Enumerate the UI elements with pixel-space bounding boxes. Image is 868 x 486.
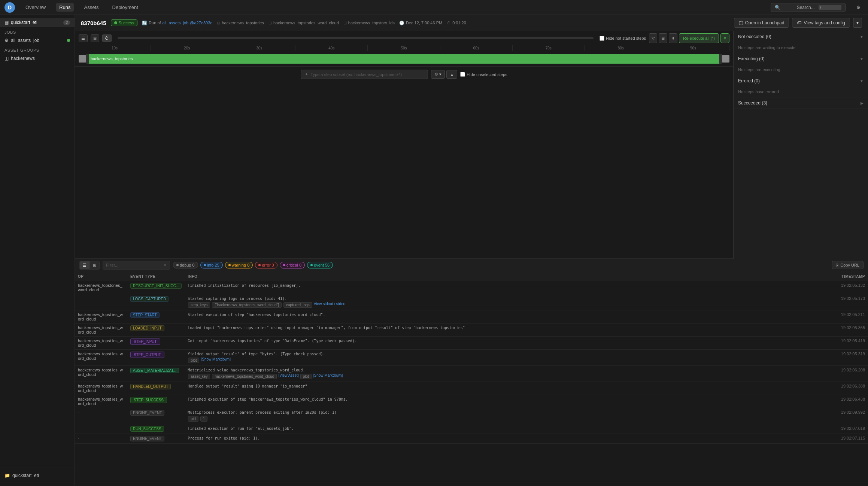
sidebar-asset-group[interactable]: ◫ hackernews [0, 54, 75, 63]
ruler-90s: 90s [657, 45, 729, 51]
info-text: Multiprocess executor: parent process ex… [188, 410, 336, 414]
nav-assets[interactable]: Assets [81, 3, 102, 12]
info-tag-link[interactable]: [Show Markdown] [201, 357, 230, 364]
launchpad-icon: ⬚ [739, 20, 743, 25]
event-type-badge: HANDLED_OUTPUT [130, 384, 171, 389]
panel-not-executed-header[interactable]: Not executed (0) ▼ [734, 31, 868, 42]
tab-3: ⊡ hackernews_topstory_ids [343, 21, 395, 25]
info-tags: pid 1 [188, 416, 831, 422]
filter-input-container: Filter... ✕ [103, 261, 170, 270]
magic-wand-icon: ✦ [305, 72, 308, 77]
cell-event-type: RESOURCE_INIT_SUCC... [127, 281, 185, 294]
search-bar[interactable]: 🔍 Search... / [771, 3, 846, 12]
timeline-content: ☰ ⊟ ⏱ Hide not started steps ▽ ⊞ ⬇ Re-ex… [75, 31, 733, 259]
asset-groups-label: Asset Groups [0, 45, 75, 54]
panel-succeeded-title: Succeeded (3) [738, 100, 767, 106]
step-subset-row: ✦ Type a step subset (ex: hackernews_top… [75, 66, 733, 82]
log-table-view-btn[interactable]: ⊞ [90, 261, 99, 269]
table-row: hackernews_topst ies_word_cloudHANDLED_O… [75, 382, 868, 395]
event-type-badge: LOGS_CAPTURED [130, 296, 169, 302]
chip-error[interactable]: error 0 [255, 262, 277, 268]
log-view-buttons: ☰ ⊞ [79, 261, 100, 270]
panel-executing-header[interactable]: Executing (0) ▼ [734, 53, 868, 64]
chip-warning[interactable]: warning 0 [225, 262, 253, 268]
cell-info: Finished execution of run for "all_asset… [185, 424, 834, 434]
view-tags-btn[interactable]: 🏷 View tags and config [792, 18, 850, 28]
hide-unselected-label[interactable]: Hide unselected steps [460, 72, 507, 77]
job-status-dot [67, 39, 70, 42]
table-row: -RUN_SUCCESSFinished execution of run fo… [75, 424, 868, 434]
cell-timestamp: 19:02:06.388 [834, 382, 868, 395]
info-tag-key: asset_key [188, 374, 210, 379]
run-dropdown-btn[interactable]: ▾ [853, 18, 862, 28]
chip-critical[interactable]: critical 0 [280, 262, 305, 268]
ruler-50s: 50s [368, 45, 440, 51]
info-tag-link[interactable]: View stdout / stderr [314, 302, 346, 308]
table-row: hackernews_topst ies_word_cloudSTEP_SUCC… [75, 395, 868, 408]
copy-url-btn[interactable]: ⎘ Copy URL [832, 261, 864, 269]
step-opt-btn-up[interactable]: ▲ [446, 70, 457, 79]
nav-deployment[interactable]: Deployment [109, 3, 141, 12]
sidebar-jobs-item[interactable]: ⚙ all_assets_job [0, 36, 75, 45]
download-btn[interactable]: ⬇ [669, 33, 677, 43]
timeline-ruler: 10s 20s 30s 40s 50s 60s 70s 80s 90s [75, 45, 733, 51]
info-tag-link[interactable]: [Show Markdown] [313, 373, 343, 380]
hide-unselected-checkbox[interactable] [460, 72, 465, 77]
event-type-badge: STEP_SUCCESS [130, 397, 167, 403]
ruler-40s: 40s [295, 45, 368, 51]
op-name: hackernews_topst ies_word_cloud [78, 397, 123, 406]
settings-icon[interactable]: ⚙ [853, 2, 864, 13]
op-name: hackernews_topst ies_word_cloud [78, 368, 123, 377]
event-type-badge: ENGINE_EVENT [130, 410, 164, 416]
event-dot [310, 264, 313, 266]
step-opt-btn-1[interactable]: ⚙ ▾ [431, 70, 445, 79]
sidebar: ▦ quickstart_etl 2 Jobs ⚙ all_assets_job… [0, 15, 75, 486]
cell-timestamp: 19:02:09.992 [834, 408, 868, 424]
workspace-icon: ▦ [4, 20, 9, 25]
cell-info: Materialized value hackernews_topstories… [185, 365, 834, 382]
timeline-time-btn[interactable]: ⏱ [102, 34, 112, 42]
cell-event-type: ENGINE_EVENT [127, 408, 185, 424]
reexecute-dropdown-btn[interactable]: ▾ [720, 33, 729, 43]
log-flat-view-btn[interactable]: ☰ [80, 261, 90, 269]
panel-errored-header[interactable]: Errored (0) ▼ [734, 75, 868, 86]
timeline-scrollbar[interactable] [118, 37, 594, 39]
timeline-bar-hackernews[interactable]: hackernews_topstories [88, 54, 720, 64]
chip-event[interactable]: event 56 [307, 262, 333, 268]
run-of-label: 🔄 Run of all_assets_job @a27e393e [142, 21, 212, 25]
nav-overview[interactable]: Overview [22, 3, 49, 12]
panel-errored-title: Errored (0) [738, 78, 760, 83]
right-panel: Not executed (0) ▼ No steps are waiting … [733, 31, 868, 259]
not-executed-chevron: ▼ [860, 35, 864, 39]
warning-dot [228, 264, 231, 266]
hide-not-started-label[interactable]: Hide not started steps [600, 36, 646, 41]
bar-pre-dot [79, 55, 86, 63]
timeline-bar-area: hackernews_topstories [75, 51, 733, 66]
hide-not-started-checkbox[interactable] [600, 36, 604, 41]
cell-info: Multiprocess executor: parent process ex… [185, 408, 834, 424]
panel-succeeded-header[interactable]: Succeeded (3) ▶ [734, 97, 868, 109]
filter-clear-icon[interactable]: ✕ [163, 263, 167, 268]
filter-btn[interactable]: ▽ [649, 33, 657, 43]
chip-debug[interactable]: debug 0 [173, 262, 198, 268]
run-hash-link[interactable]: @a27e393e [190, 21, 212, 25]
debug-label: debug [180, 263, 191, 267]
timeline-list-btn[interactable]: ☰ [79, 34, 88, 42]
view-btn[interactable]: ⊞ [659, 33, 667, 43]
sidebar-bottom-workspace[interactable]: 📁 quickstart_etl [0, 471, 75, 480]
job-link[interactable]: all_assets_job [163, 21, 189, 25]
run-status-badge: Success [111, 19, 138, 26]
view-asset-link[interactable]: [View Asset] [278, 373, 298, 380]
nav-runs[interactable]: Runs [56, 3, 73, 12]
status-dot [114, 21, 117, 24]
info-tag-value: 1 [200, 416, 208, 422]
table-row: -LOGS_CAPTUREDStarted capturing logs in … [75, 294, 868, 310]
open-launchpad-btn[interactable]: ⬚ Open in Launchpad [734, 18, 789, 28]
run-actions: ⬚ Open in Launchpad 🏷 View tags and conf… [734, 18, 862, 28]
timeline-gantt-btn[interactable]: ⊟ [91, 34, 99, 42]
reexecute-btn[interactable]: Re-execute all (*) [679, 33, 719, 43]
sidebar-workspace[interactable]: ▦ quickstart_etl 2 [0, 18, 75, 27]
chip-info[interactable]: info 25 [200, 262, 223, 268]
table-row: -ENGINE_EVENTMultiprocess executor: pare… [75, 408, 868, 424]
cell-event-type: LOGS_CAPTURED [127, 294, 185, 310]
